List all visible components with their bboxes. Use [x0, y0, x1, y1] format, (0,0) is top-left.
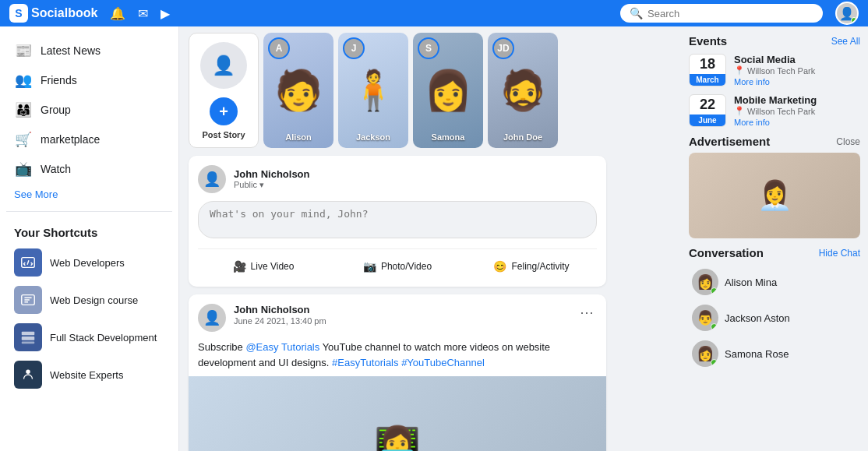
story-avatar: S	[418, 37, 439, 59]
ad-close-button[interactable]: Close	[836, 136, 860, 147]
story-avatar: JD	[492, 37, 514, 59]
post-image-placeholder: 👩‍💻	[189, 376, 606, 451]
camera-icon: 📷	[363, 260, 376, 273]
post-author-info: John Nicholson Public ▾	[234, 168, 310, 190]
feeling-label: Feling/Activity	[511, 261, 569, 272]
story-label: Post Story	[202, 130, 245, 139]
conv-contact-name: Alison Mina	[725, 277, 777, 288]
post-input[interactable]	[198, 201, 597, 238]
logo-icon: S	[9, 4, 28, 23]
online-dot	[711, 287, 718, 294]
story-label: Alison	[263, 132, 333, 142]
live-video-label: Live Video	[251, 261, 295, 272]
notification-icon[interactable]: 🔔	[110, 6, 125, 21]
events-see-all[interactable]: See All	[831, 36, 860, 47]
shortcut-label: Website Experts	[50, 369, 123, 381]
conv-contact-samona-rose[interactable]: 👩 Samona Rose	[689, 336, 860, 372]
ad-image: 👩‍💼	[689, 153, 860, 238]
online-dot	[711, 323, 718, 330]
sidebar-item-friends[interactable]: 👥 Friends	[6, 65, 172, 95]
post-box-header: 👤 John Nicholson Public ▾	[198, 165, 597, 193]
event-info: Social Media 📍 Willson Tech Park More in…	[734, 54, 815, 86]
shortcut-label: Web Developers	[50, 257, 125, 269]
message-icon[interactable]: ✉	[138, 6, 148, 21]
stories-row: 👤 + Post Story A 🧑 Alison J 🧍	[189, 33, 606, 148]
post-text-before: Subscribe	[198, 341, 245, 353]
photo-video-button[interactable]: 📷 Photo/Video	[332, 255, 463, 277]
shortcut-website-experts[interactable]: Website Experts	[6, 356, 172, 393]
location-pin-icon: 📍	[734, 65, 745, 76]
sidebar-item-watch[interactable]: 📺 Watch	[6, 154, 172, 184]
right-panel: Events See All 18 March Social Media 📍 W…	[681, 26, 868, 451]
post-card-image: 👩‍💻	[189, 376, 606, 451]
shortcut-thumb	[14, 361, 42, 389]
conv-contact-alison-mina[interactable]: 👩 Alison Mina	[689, 264, 860, 300]
story-avatar: A	[268, 37, 290, 59]
divider	[6, 211, 172, 212]
conversation-header: Conversation Hide Chat	[689, 246, 860, 259]
conv-contact-jackson-aston[interactable]: 👨 Jackson Aston	[689, 300, 860, 336]
event-item-mobile-marketing: 22 June Mobile Marketing 📍 Willson Tech …	[689, 94, 860, 127]
sidebar-label: Latest News	[41, 44, 101, 57]
post-create-box: 👤 John Nicholson Public ▾ 🎥 Live Video 📷	[189, 156, 606, 287]
shortcuts-title: Your Shortcuts	[6, 218, 172, 244]
event-title: Social Media	[734, 54, 815, 65]
search-input[interactable]	[647, 8, 813, 19]
sidebar-label: Friends	[41, 74, 77, 86]
story-add-icon: +	[210, 97, 238, 125]
post-card-date: June 24 2021, 13:40 pm	[234, 316, 569, 326]
post-more-button[interactable]: ⋯	[577, 304, 597, 321]
post-card-avatar: 👤	[198, 304, 226, 332]
post-mention[interactable]: @Easy Tutorials	[245, 341, 319, 353]
video-icon[interactable]: ▶	[161, 6, 170, 21]
sidebar: 📰 Latest News 👥 Friends 👨‍👩‍👧 Group 🛒 ma…	[0, 26, 179, 451]
live-video-icon: 🎥	[233, 260, 246, 273]
story-label: John Doe	[488, 132, 558, 142]
story-avatar: J	[343, 37, 365, 59]
shortcut-thumb	[14, 248, 42, 277]
shortcut-web-design-course[interactable]: Web Design course	[6, 281, 172, 319]
story-alison[interactable]: A 🧑 Alison	[263, 33, 333, 148]
search-icon: 🔍	[630, 7, 643, 19]
story-post[interactable]: 👤 + Post Story	[189, 33, 259, 148]
sidebar-item-marketplace[interactable]: 🛒 marketplace	[6, 125, 172, 154]
post-author-avatar: 👤	[198, 165, 226, 193]
sidebar-item-latest-news[interactable]: 📰 Latest News	[6, 36, 172, 65]
shortcut-thumb	[14, 286, 42, 314]
event-location: 📍 Willson Tech Park	[734, 106, 817, 116]
post-hashtag1[interactable]: #EasyTutorials	[332, 357, 399, 368]
see-more-link[interactable]: See More	[6, 184, 172, 205]
conv-contact-name: Samona Rose	[725, 348, 789, 360]
story-jackson[interactable]: J 🧍 Jackson	[338, 33, 408, 148]
post-hashtag2[interactable]: #YouTubeChannel	[401, 357, 485, 368]
search-bar[interactable]: 🔍	[620, 4, 823, 23]
newspaper-icon: 📰	[14, 42, 33, 59]
story-john-doe[interactable]: JD 🧔 John Doe	[488, 33, 558, 148]
app-logo[interactable]: S Socialbook	[9, 4, 97, 23]
sidebar-item-group[interactable]: 👨‍👩‍👧 Group	[6, 95, 172, 125]
conv-avatar: 👩	[692, 340, 718, 367]
online-dot	[711, 359, 718, 366]
group-icon: 👨‍👩‍👧	[14, 101, 33, 118]
online-indicator	[851, 17, 857, 23]
layout: 📰 Latest News 👥 Friends 👨‍👩‍👧 Group 🛒 ma…	[0, 26, 868, 451]
post-author-name: John Nicholson	[234, 168, 310, 180]
user-avatar[interactable]: 👤	[835, 2, 859, 25]
event-more-link[interactable]: More info	[734, 77, 815, 86]
emoji-icon: 😊	[493, 260, 506, 273]
event-title: Mobile Marketing	[734, 94, 817, 106]
story-samona[interactable]: S 👩 Samona	[413, 33, 483, 148]
shortcut-web-developers[interactable]: Web Developers	[6, 244, 172, 281]
friends-icon: 👥	[14, 72, 33, 89]
post-card: 👤 John Nicholson June 24 2021, 13:40 pm …	[189, 294, 606, 451]
events-title: Events	[689, 34, 727, 48]
svg-rect-4	[22, 342, 35, 344]
hide-chat-button[interactable]: Hide Chat	[819, 248, 860, 259]
event-month: June	[690, 115, 725, 126]
shortcut-full-stack[interactable]: Full Stack Development	[6, 319, 172, 356]
conv-avatar: 👨	[692, 305, 718, 331]
feeling-button[interactable]: 😊 Feling/Activity	[466, 255, 597, 277]
event-more-link[interactable]: More info	[734, 118, 817, 127]
post-visibility: Public ▾	[234, 180, 310, 190]
live-video-button[interactable]: 🎥 Live Video	[198, 255, 329, 277]
